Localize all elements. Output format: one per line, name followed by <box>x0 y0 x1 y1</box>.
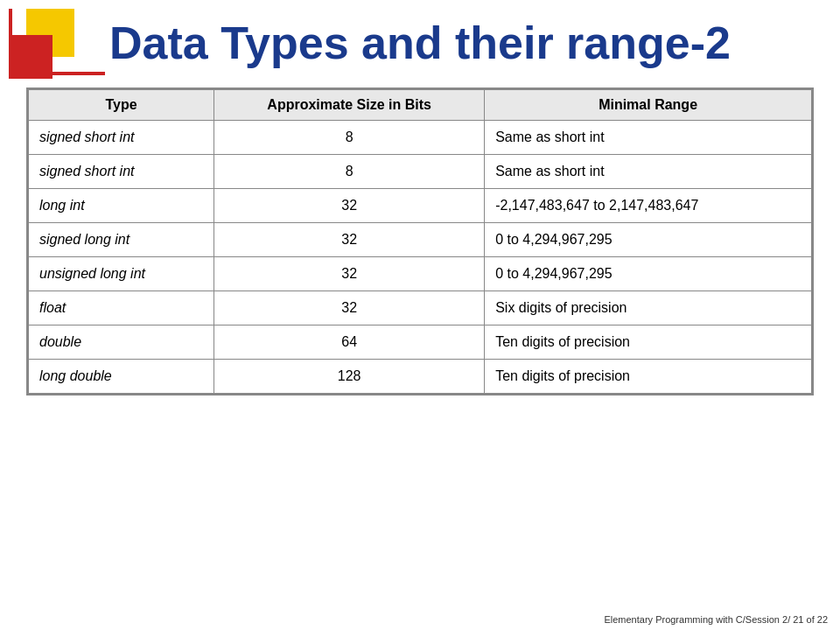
cell-range: Same as short int <box>485 120 812 154</box>
table-header-row: Type Approximate Size in Bits Minimal Ra… <box>29 89 812 120</box>
cell-type: unsigned long int <box>29 256 214 290</box>
red-line-vertical <box>9 9 12 79</box>
cell-range: -2,147,483,647 to 2,147,483,647 <box>485 188 812 222</box>
table-row: signed short int8Same as short int <box>29 154 812 188</box>
cell-type: double <box>29 325 214 359</box>
cell-range: 0 to 4,294,967,295 <box>485 222 812 256</box>
cell-type: float <box>29 290 214 325</box>
cell-type: signed short int <box>29 120 214 154</box>
table-row: double64Ten digits of precision <box>29 325 812 359</box>
cell-size: 32 <box>214 256 485 290</box>
page-title: Data Types and their range-2 <box>0 18 840 70</box>
data-table-wrapper: Type Approximate Size in Bits Minimal Ra… <box>26 88 814 396</box>
table-row: signed long int320 to 4,294,967,295 <box>29 222 812 256</box>
table-row: float32Six digits of precision <box>29 290 812 325</box>
table-row: long double128Ten digits of precision <box>29 359 812 393</box>
col-header-range: Minimal Range <box>485 89 812 120</box>
table-row: signed short int8Same as short int <box>29 120 812 154</box>
cell-size: 32 <box>214 290 485 325</box>
title-area: Data Types and their range-2 <box>0 0 840 88</box>
col-header-size: Approximate Size in Bits <box>214 89 485 120</box>
footer-text: Elementary Programming with C/Session 2/… <box>604 614 828 625</box>
data-types-table: Type Approximate Size in Bits Minimal Ra… <box>28 89 812 394</box>
cell-type: long int <box>29 188 214 222</box>
red-line-horizontal <box>9 72 105 75</box>
cell-range: Ten digits of precision <box>485 325 812 359</box>
cell-size: 64 <box>214 325 485 359</box>
cell-size: 128 <box>214 359 485 393</box>
table-row: unsigned long int320 to 4,294,967,295 <box>29 256 812 290</box>
page-container: Data Types and their range-2 Type Approx… <box>0 0 840 630</box>
cell-range: Same as short int <box>485 154 812 188</box>
cell-size: 32 <box>214 188 485 222</box>
cell-size: 8 <box>214 120 485 154</box>
cell-range: 0 to 4,294,967,295 <box>485 256 812 290</box>
table-row: long int32-2,147,483,647 to 2,147,483,64… <box>29 188 812 222</box>
cell-type: signed short int <box>29 154 214 188</box>
cell-range: Ten digits of precision <box>485 359 812 393</box>
cell-type: signed long int <box>29 222 214 256</box>
cell-size: 32 <box>214 222 485 256</box>
cell-type: long double <box>29 359 214 393</box>
cell-range: Six digits of precision <box>485 290 812 325</box>
cell-size: 8 <box>214 154 485 188</box>
decorative-squares <box>9 9 79 114</box>
